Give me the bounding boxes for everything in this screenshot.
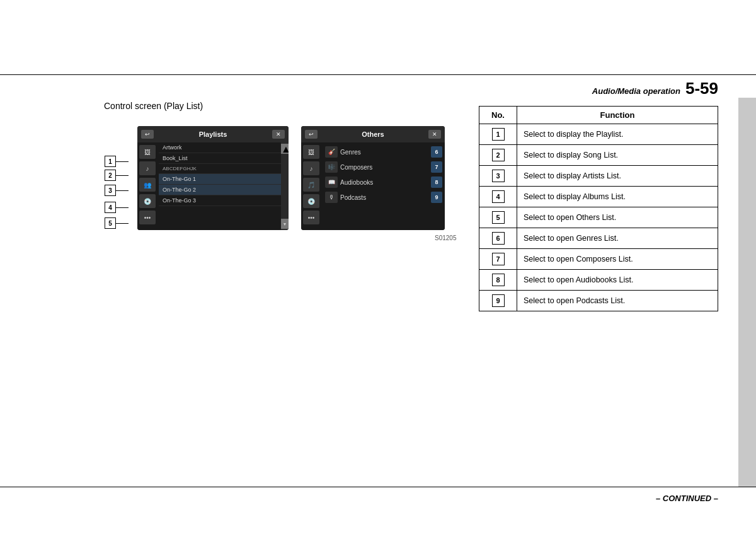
callout-line-3 [116, 190, 129, 191]
row-function: Select to display Artists List. [517, 166, 718, 187]
table-row: 2Select to display Song List. [479, 145, 718, 166]
list-item-otg1[interactable]: On-The-Go 1 [159, 174, 281, 185]
table-row: 8Select to open Audiobooks List. [479, 270, 718, 291]
sidebar-icon-r2[interactable]: ♪ [303, 161, 319, 175]
callout-box-1: 1 [105, 156, 116, 167]
screen-right-list: 🎸 Genres 6 🎼 Composers 7 📖 Audiobooks 8 … [323, 142, 445, 230]
right-item-genres[interactable]: 🎸 Genres 6 [325, 146, 442, 158]
callout-line-1 [116, 161, 129, 162]
screen-left-scrollbar[interactable]: ▲ ▼ [281, 142, 289, 230]
screen-left: ↩ Playlists ✕ 🖼 ♪ 👥 💿 ••• Artwork Book_L… [137, 126, 289, 230]
row-number: 4 [479, 187, 517, 207]
sidebar-icon-r4[interactable]: 💿 [303, 194, 319, 208]
screen-right-body: 🖼 ♪ 🎵 💿 ••• 🎸 Genres 6 🎼 Composers 7 📖 [301, 142, 445, 230]
table-row: 7Select to open Composers List. [479, 249, 718, 270]
table-row: 9Select to open Podcasts List. [479, 291, 718, 311]
number-badge: 1 [492, 128, 505, 141]
row-number: 9 [479, 291, 517, 311]
number-badge: 9 [492, 294, 505, 307]
number-badge: 4 [492, 190, 505, 203]
screen-right-sidebar: 🖼 ♪ 🎵 💿 ••• [301, 142, 323, 230]
list-item-otg3[interactable]: On-The-Go 3 [159, 195, 281, 206]
callout-2: 2 [105, 170, 129, 181]
sidebar-icon-r5[interactable]: ••• [303, 211, 319, 224]
table-row: 3Select to display Artists List. [479, 166, 718, 187]
number-badge: 7 [492, 253, 505, 265]
continued-text: – CONTINUED – [656, 494, 718, 503]
function-table: No. Function 1Select to display the Play… [479, 106, 718, 311]
right-item-podcasts[interactable]: 🎙 Podcasts 9 [325, 192, 442, 203]
page-number: 5-59 [685, 79, 718, 98]
header-divider [0, 74, 756, 75]
col-header-function: Function [517, 107, 718, 124]
section-title: Audio/Media operation [592, 86, 680, 96]
callout-box-3: 3 [105, 185, 116, 196]
screen-left-body: 🖼 ♪ 👥 💿 ••• Artwork Book_List ABCDEFGHJK… [137, 142, 289, 230]
section-heading: Control screen (Play List) [104, 101, 203, 111]
row-function: Select to display Song List. [517, 145, 718, 166]
row-number: 8 [479, 270, 517, 291]
image-code: S01205 [435, 234, 456, 241]
number-badge: 3 [492, 170, 505, 182]
right-item-composers[interactable]: 🎼 Composers 7 [325, 161, 442, 173]
number-badge: 6 [492, 232, 505, 245]
list-item-booklist[interactable]: Book_List [159, 153, 281, 164]
list-item-otg2[interactable]: On-The-Go 2 [159, 185, 281, 195]
gray-strip [738, 98, 756, 487]
screen-left-header: ↩ Playlists ✕ [137, 126, 289, 142]
screen-right-header: ↩ Others ✕ [301, 126, 445, 142]
callout-4: 4 [105, 202, 129, 213]
row-function: Select to open Genres List. [517, 228, 718, 249]
callout-1: 1 [105, 156, 129, 167]
row-function: Select to open Podcasts List. [517, 291, 718, 311]
row-number: 7 [479, 249, 517, 270]
row-function: Select to open Composers List. [517, 249, 718, 270]
row-function: Select to open Others List. [517, 207, 718, 228]
callout-3: 3 [105, 185, 129, 196]
close-btn-left[interactable]: ✕ [272, 130, 285, 139]
scrollbar-thumb-down: ▼ [281, 219, 289, 229]
scrollbar-thumb-up: ▲ [281, 144, 289, 154]
back-btn-right[interactable]: ↩ [305, 130, 318, 139]
row-number: 1 [479, 124, 517, 145]
back-btn-left[interactable]: ↩ [141, 130, 154, 139]
row-number: 3 [479, 166, 517, 187]
sidebar-icon-5[interactable]: ••• [139, 211, 156, 224]
screen-left-sidebar: 🖼 ♪ 👥 💿 ••• [137, 142, 159, 230]
screen-left-title: Playlists [199, 130, 227, 138]
footer-divider [0, 487, 756, 487]
row-function: Select to display Albums List. [517, 187, 718, 207]
row-function: Select to display the Playlist. [517, 124, 718, 145]
table-row: 4Select to display Albums List. [479, 187, 718, 207]
table-row: 5Select to open Others List. [479, 207, 718, 228]
col-header-no: No. [479, 107, 517, 124]
callout-5: 5 [105, 217, 129, 229]
number-badge: 8 [492, 274, 505, 286]
table-row: 6Select to open Genres List. [479, 228, 718, 249]
sidebar-icon-2[interactable]: ♪ [139, 161, 156, 175]
row-number: 6 [479, 228, 517, 249]
screen-left-list: Artwork Book_List ABCDEFGHJK On-The-Go 1… [159, 142, 281, 230]
row-number: 5 [479, 207, 517, 228]
sidebar-icon-3[interactable]: 👥 [139, 178, 156, 192]
callout-line-2 [116, 175, 129, 176]
list-item-artwork[interactable]: Artwork [159, 142, 281, 153]
screen-right: ↩ Others ✕ 🖼 ♪ 🎵 💿 ••• 🎸 Genres 6 🎼 Comp… [301, 126, 445, 230]
callout-box-2: 2 [105, 170, 116, 181]
callout-box-5: 5 [105, 217, 116, 229]
callout-line-4 [116, 207, 129, 208]
screen-right-title: Others [362, 130, 384, 138]
sidebar-icon-r1[interactable]: 🖼 [303, 145, 319, 159]
sidebar-icon-4[interactable]: 💿 [139, 194, 156, 208]
sidebar-icon-r3[interactable]: 🎵 [303, 178, 319, 192]
callout-box-4: 4 [105, 202, 116, 213]
row-function: Select to open Audiobooks List. [517, 270, 718, 291]
row-number: 2 [479, 145, 517, 166]
table-row: 1Select to display the Playlist. [479, 124, 718, 145]
close-btn-right[interactable]: ✕ [428, 130, 441, 139]
list-item-alpha: ABCDEFGHJK [159, 164, 281, 174]
number-badge: 2 [492, 149, 505, 161]
page-header: Audio/Media operation 5-59 [592, 79, 718, 98]
sidebar-icon-1[interactable]: 🖼 [139, 145, 156, 159]
right-item-audiobooks[interactable]: 📖 Audiobooks 8 [325, 177, 442, 188]
